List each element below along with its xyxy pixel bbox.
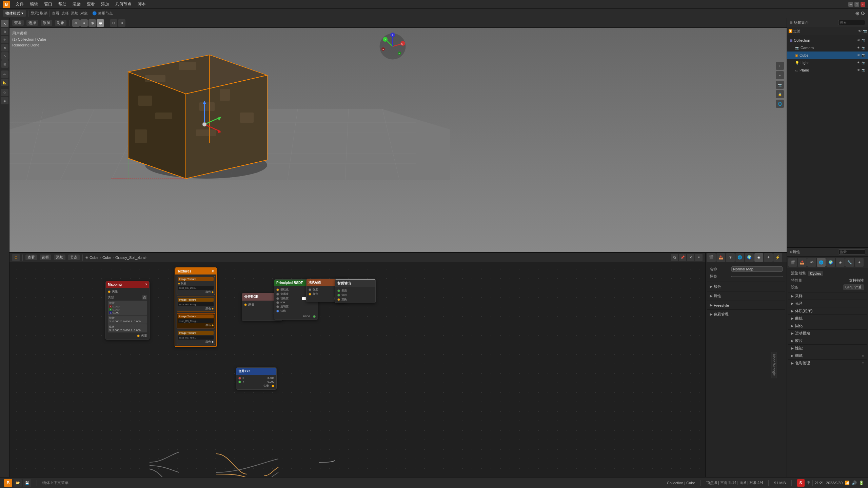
camera-btn[interactable]: 📷 <box>776 81 784 89</box>
slot-icon[interactable]: ⧉ <box>671 254 678 261</box>
node-output[interactable]: 材质输出 表面 体积 置换 <box>335 279 376 303</box>
device-value[interactable]: GPU 计算 <box>843 284 864 290</box>
color-section-header[interactable]: ▶ 颜色 <box>710 283 783 290</box>
cube-render[interactable]: 📷 <box>862 54 865 57</box>
prop-icon-physics[interactable]: ⚡ <box>773 253 782 262</box>
node-combine[interactable]: 合并XYZ X 0.000 Y 0.000 <box>236 367 277 390</box>
prop-icon-scene[interactable]: 🌐 <box>735 253 744 262</box>
outliner-item-cube[interactable]: ▣ Cube 👁 📷 <box>787 52 868 59</box>
section-solidify[interactable]: ▶ 固化 <box>788 322 867 330</box>
tool-measure[interactable]: 📐 <box>1 79 8 86</box>
shading-material[interactable]: ◑ <box>88 19 96 27</box>
toolbar-icon-2[interactable]: ⟳ <box>861 10 865 17</box>
section-light[interactable]: ▶ 光泽 <box>788 300 867 307</box>
toolbar-icon-1[interactable]: ⊕ <box>855 10 860 17</box>
label-input[interactable] <box>731 276 783 277</box>
globe-btn[interactable]: 🌐 <box>776 100 784 108</box>
outliner-filter-btn[interactable]: 🔽 过滤 <box>788 29 800 34</box>
plane-eye[interactable]: 👁 <box>857 68 860 72</box>
shading-rendered[interactable]: ◕ <box>97 19 104 27</box>
shading-wireframe[interactable]: ▱ <box>72 19 80 27</box>
close-btn[interactable]: × <box>861 2 865 7</box>
light-render[interactable]: 📷 <box>862 61 865 64</box>
freestyle-header[interactable]: ▶ Freestyle <box>710 302 783 308</box>
menu-script[interactable]: 脚本 <box>135 1 149 8</box>
section-color-mgmt[interactable]: ▶ 色彩管理 ≡ <box>788 360 867 367</box>
section-perf[interactable]: ▶ 性能 <box>788 345 867 352</box>
node-add-btn[interactable]: 添加 <box>54 255 65 260</box>
menu-help[interactable]: 帮助 <box>56 1 69 8</box>
outliner-render-icon[interactable]: 📷 <box>863 29 867 33</box>
overlay-toggle[interactable]: ⊡ <box>110 19 117 27</box>
breadcrumb-material[interactable]: Grassy_Soil_xbrair <box>115 256 147 260</box>
prop-icon-object[interactable]: ◈ <box>754 253 763 262</box>
lock-btn[interactable]: 🔒 <box>776 90 784 98</box>
prop-mod-btn[interactable]: 🔧 <box>845 258 854 267</box>
cube-eye[interactable]: 👁 <box>857 54 860 57</box>
node-node-btn[interactable]: 节点 <box>68 255 80 260</box>
zoom-in-btn[interactable]: + <box>776 62 784 70</box>
taskbar-icon-1[interactable]: 📂 <box>14 479 22 487</box>
viewport-3d[interactable]: X Y Z -X -Y <box>9 28 787 252</box>
pin-icon[interactable]: 📌 <box>679 254 686 261</box>
plane-render[interactable]: 📷 <box>862 68 865 72</box>
tool-transform[interactable]: ⊞ <box>1 60 8 68</box>
node-canvas[interactable]: Mapping × 矢量 类型 点 位置 <box>9 262 705 477</box>
tool-add[interactable]: ☆ <box>1 89 8 96</box>
viewport-object-btn[interactable]: 对象 <box>55 20 66 26</box>
prop-world-btn[interactable]: 🌍 <box>826 258 835 267</box>
menu-geo[interactable]: 几何节点 <box>113 1 134 8</box>
menu-window[interactable]: 窗口 <box>41 1 55 8</box>
prop-scene-btn[interactable]: 🌐 <box>817 258 826 267</box>
tool-cursor[interactable]: ⊕ <box>1 28 8 35</box>
tool-rotate[interactable]: ↻ <box>1 44 8 52</box>
section-curves[interactable]: ▶ 曲线 <box>788 315 867 322</box>
prop-icon-output[interactable]: 📤 <box>716 253 725 262</box>
menu-file[interactable]: 文件 <box>13 1 26 8</box>
node-mapping[interactable]: Mapping × 矢量 类型 点 位置 <box>105 281 150 340</box>
outliner-search[interactable] <box>838 20 865 25</box>
tool-scale[interactable]: ⤡ <box>1 52 8 60</box>
light-eye[interactable]: 👁 <box>857 61 860 64</box>
menu-add[interactable]: 添加 <box>98 1 112 8</box>
maximize-btn[interactable]: □ <box>854 2 859 7</box>
outliner-item-plane[interactable]: ▭ Plane 👁 📷 <box>787 66 868 74</box>
taskbar-blender[interactable]: B <box>4 479 12 487</box>
outliner-item-light[interactable]: 💡 Light 👁 📷 <box>787 59 868 66</box>
section-motion[interactable]: ▶ 运动模糊 <box>788 330 867 337</box>
zoom-out-btn[interactable]: − <box>776 71 784 79</box>
minimize-btn[interactable]: ─ <box>848 2 853 7</box>
prop-view-btn[interactable]: 👁 <box>807 258 816 267</box>
outliner-eye-icon[interactable]: 👁 <box>858 29 862 33</box>
viewport-add-btn[interactable]: 添加 <box>41 20 52 26</box>
prop-output-btn[interactable]: 📤 <box>798 258 807 267</box>
collection-render[interactable]: 📷 <box>862 39 865 42</box>
camera-eye[interactable]: 👁 <box>857 46 860 49</box>
prop-icon-particles[interactable]: ✦ <box>764 253 773 262</box>
section-film[interactable]: ▶ 胶片 <box>788 337 867 345</box>
breadcrumb-cube1[interactable]: Cube <box>90 256 98 260</box>
prop-particle-btn[interactable]: ✦ <box>855 258 864 267</box>
breadcrumb-cube2[interactable]: Cube <box>102 256 111 260</box>
colormgmt-header[interactable]: ▶ 色彩管理 <box>710 311 783 318</box>
tool-move[interactable]: ✛ <box>1 36 8 43</box>
menu-render[interactable]: 渲染 <box>70 1 83 8</box>
node-select-btn[interactable]: 选择 <box>40 255 51 260</box>
props-search[interactable] <box>838 249 865 255</box>
prop-icon-render[interactable]: 🎬 <box>707 253 716 262</box>
attrs-section-header[interactable]: ▶ 属性 <box>710 293 783 299</box>
viewport-select-btn[interactable]: 选择 <box>26 20 38 26</box>
tool-grease[interactable]: ◈ <box>1 97 8 104</box>
node-view-btn[interactable]: 查看 <box>25 255 37 260</box>
prop-object-btn[interactable]: ◈ <box>836 258 845 267</box>
gizmo-toggle[interactable]: ⊕ <box>118 19 125 27</box>
viewport-view-btn[interactable]: 查看 <box>12 20 24 26</box>
taskbar-icon-2[interactable]: 💾 <box>23 479 31 487</box>
name-input[interactable]: Normal Map <box>731 266 783 272</box>
menu-view[interactable]: 查看 <box>84 1 98 8</box>
outliner-item-collection[interactable]: ⊞ Collection 👁 📷 <box>787 37 868 44</box>
tool-annotate[interactable]: ✏ <box>1 70 8 78</box>
section-debug[interactable]: ▶ 调试 ≡ <box>788 352 867 360</box>
section-volume[interactable]: ▶ 体积(粒子) <box>788 307 867 315</box>
node-mode-icon[interactable]: ⬡ <box>12 254 20 261</box>
